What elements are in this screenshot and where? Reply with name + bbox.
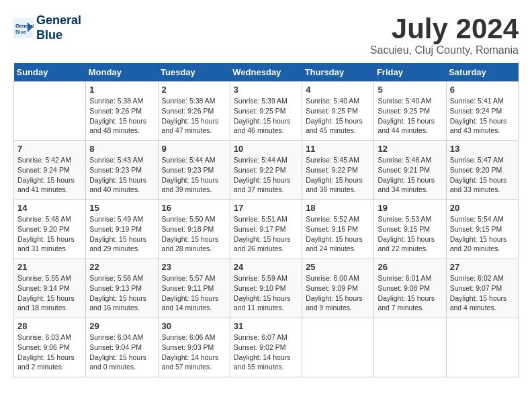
day-info: Sunrise: 5:44 AM Sunset: 9:23 PM Dayligh… [162,155,226,195]
calendar-cell: 16Sunrise: 5:50 AM Sunset: 9:18 PM Dayli… [158,200,230,259]
calendar-cell: 3Sunrise: 5:39 AM Sunset: 9:25 PM Daylig… [230,82,302,141]
day-number: 20 [450,203,515,213]
logo-icon: General Blue [13,18,34,38]
day-number: 6 [450,85,515,95]
header-cell-thursday: Thursday [302,63,374,82]
day-number: 8 [89,144,154,154]
calendar-body: 1Sunrise: 5:38 AM Sunset: 9:26 PM Daylig… [14,82,519,377]
month-title: July 2024 [370,13,519,44]
day-number: 11 [306,144,370,154]
day-info: Sunrise: 5:41 AM Sunset: 9:24 PM Dayligh… [450,96,515,136]
header-cell-tuesday: Tuesday [158,63,230,82]
calendar-cell: 23Sunrise: 5:57 AM Sunset: 9:11 PM Dayli… [158,259,230,318]
day-info: Sunrise: 5:52 AM Sunset: 9:16 PM Dayligh… [306,214,370,254]
day-number: 23 [162,262,226,272]
week-row-3: 21Sunrise: 5:55 AM Sunset: 9:14 PM Dayli… [14,259,519,318]
day-info: Sunrise: 5:40 AM Sunset: 9:25 PM Dayligh… [378,96,442,136]
calendar-table: SundayMondayTuesdayWednesdayThursdayFrid… [13,63,519,377]
header-cell-friday: Friday [374,63,446,82]
day-number: 30 [162,321,226,331]
day-info: Sunrise: 6:07 AM Sunset: 9:02 PM Dayligh… [234,332,298,372]
day-info: Sunrise: 5:44 AM Sunset: 9:22 PM Dayligh… [234,155,298,195]
day-number: 24 [234,262,298,272]
day-info: Sunrise: 5:50 AM Sunset: 9:18 PM Dayligh… [162,214,226,254]
day-info: Sunrise: 5:47 AM Sunset: 9:20 PM Dayligh… [450,155,515,195]
calendar-cell: 26Sunrise: 6:01 AM Sunset: 9:08 PM Dayli… [374,259,446,318]
day-number: 27 [450,262,515,272]
calendar-cell: 6Sunrise: 5:41 AM Sunset: 9:24 PM Daylig… [446,82,518,141]
calendar-cell: 20Sunrise: 5:54 AM Sunset: 9:15 PM Dayli… [446,200,518,259]
header-cell-monday: Monday [86,63,158,82]
calendar-cell: 31Sunrise: 6:07 AM Sunset: 9:02 PM Dayli… [230,318,302,377]
day-number: 7 [17,144,82,154]
day-number: 25 [306,262,370,272]
day-number: 17 [234,203,298,213]
calendar-cell: 24Sunrise: 5:59 AM Sunset: 9:10 PM Dayli… [230,259,302,318]
day-info: Sunrise: 6:02 AM Sunset: 9:07 PM Dayligh… [450,273,515,313]
day-number: 4 [306,85,370,95]
calendar-cell: 30Sunrise: 6:06 AM Sunset: 9:03 PM Dayli… [158,318,230,377]
page-header: General Blue General Blue July 2024 Sacu… [13,13,519,56]
calendar-cell: 14Sunrise: 5:48 AM Sunset: 9:20 PM Dayli… [14,200,86,259]
calendar-cell: 11Sunrise: 5:45 AM Sunset: 9:22 PM Dayli… [302,141,374,200]
week-row-2: 14Sunrise: 5:48 AM Sunset: 9:20 PM Dayli… [14,200,519,259]
calendar-cell: 7Sunrise: 5:42 AM Sunset: 9:24 PM Daylig… [14,141,86,200]
week-row-4: 28Sunrise: 6:03 AM Sunset: 9:06 PM Dayli… [14,318,519,377]
calendar-cell: 19Sunrise: 5:53 AM Sunset: 9:15 PM Dayli… [374,200,446,259]
day-info: Sunrise: 5:59 AM Sunset: 9:10 PM Dayligh… [234,273,298,313]
day-number: 14 [17,203,82,213]
day-number: 9 [162,144,226,154]
day-number: 19 [378,203,442,213]
calendar-cell: 12Sunrise: 5:46 AM Sunset: 9:21 PM Dayli… [374,141,446,200]
day-info: Sunrise: 6:00 AM Sunset: 9:09 PM Dayligh… [306,273,370,313]
day-number: 22 [89,262,154,272]
calendar-cell: 27Sunrise: 6:02 AM Sunset: 9:07 PM Dayli… [446,259,518,318]
calendar-cell [302,318,374,377]
calendar-cell: 28Sunrise: 6:03 AM Sunset: 9:06 PM Dayli… [14,318,86,377]
week-row-1: 7Sunrise: 5:42 AM Sunset: 9:24 PM Daylig… [14,141,519,200]
calendar-cell [374,318,446,377]
day-number: 2 [162,85,226,95]
svg-text:Blue: Blue [15,28,26,34]
day-number: 16 [162,203,226,213]
day-info: Sunrise: 5:56 AM Sunset: 9:13 PM Dayligh… [89,273,154,313]
calendar-cell: 22Sunrise: 5:56 AM Sunset: 9:13 PM Dayli… [86,259,158,318]
day-info: Sunrise: 5:53 AM Sunset: 9:15 PM Dayligh… [378,214,442,254]
day-number: 31 [234,321,298,331]
header-cell-saturday: Saturday [446,63,518,82]
day-info: Sunrise: 6:04 AM Sunset: 9:04 PM Dayligh… [89,332,154,372]
logo-text: General Blue [36,13,81,42]
calendar-cell: 17Sunrise: 5:51 AM Sunset: 9:17 PM Dayli… [230,200,302,259]
title-block: July 2024 Sacuieu, Cluj County, Romania [370,13,519,56]
day-number: 21 [17,262,82,272]
calendar-cell: 29Sunrise: 6:04 AM Sunset: 9:04 PM Dayli… [86,318,158,377]
day-number: 10 [234,144,298,154]
day-number: 29 [89,321,154,331]
day-number: 28 [17,321,82,331]
calendar-cell: 15Sunrise: 5:49 AM Sunset: 9:19 PM Dayli… [86,200,158,259]
calendar-cell: 21Sunrise: 5:55 AM Sunset: 9:14 PM Dayli… [14,259,86,318]
day-number: 1 [89,85,154,95]
day-info: Sunrise: 6:01 AM Sunset: 9:08 PM Dayligh… [378,273,442,313]
day-info: Sunrise: 5:54 AM Sunset: 9:15 PM Dayligh… [450,214,515,254]
day-info: Sunrise: 5:55 AM Sunset: 9:14 PM Dayligh… [17,273,82,313]
day-info: Sunrise: 5:51 AM Sunset: 9:17 PM Dayligh… [234,214,298,254]
calendar-cell: 25Sunrise: 6:00 AM Sunset: 9:09 PM Dayli… [302,259,374,318]
calendar-cell: 9Sunrise: 5:44 AM Sunset: 9:23 PM Daylig… [158,141,230,200]
day-info: Sunrise: 5:57 AM Sunset: 9:11 PM Dayligh… [162,273,226,313]
calendar-cell [446,318,518,377]
header-cell-sunday: Sunday [14,63,86,82]
calendar-cell: 18Sunrise: 5:52 AM Sunset: 9:16 PM Dayli… [302,200,374,259]
calendar-cell: 2Sunrise: 5:38 AM Sunset: 9:26 PM Daylig… [158,82,230,141]
day-info: Sunrise: 6:03 AM Sunset: 9:06 PM Dayligh… [17,332,82,372]
day-info: Sunrise: 5:38 AM Sunset: 9:26 PM Dayligh… [162,96,226,136]
day-number: 3 [234,85,298,95]
day-info: Sunrise: 5:40 AM Sunset: 9:25 PM Dayligh… [306,96,370,136]
day-info: Sunrise: 5:49 AM Sunset: 9:19 PM Dayligh… [89,214,154,254]
day-info: Sunrise: 6:06 AM Sunset: 9:03 PM Dayligh… [162,332,226,372]
calendar-cell [14,82,86,141]
day-info: Sunrise: 5:48 AM Sunset: 9:20 PM Dayligh… [17,214,82,254]
day-number: 26 [378,262,442,272]
calendar-header: SundayMondayTuesdayWednesdayThursdayFrid… [14,63,519,82]
day-number: 13 [450,144,515,154]
